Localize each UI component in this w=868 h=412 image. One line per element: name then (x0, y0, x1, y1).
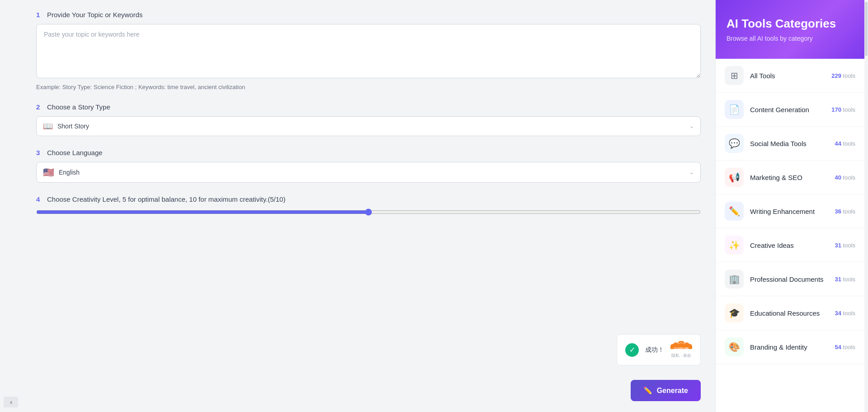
cat-icon-wrapper: 📄 (725, 100, 744, 119)
creativity-slider[interactable] (36, 208, 701, 216)
cat-name: All Tools (750, 72, 825, 80)
category-item[interactable]: 🎓Educational Resources34 tools (716, 296, 864, 330)
generate-label: Generate (657, 387, 688, 395)
generate-button[interactable]: ✏️ Generate (631, 380, 701, 401)
cf-sub-text: 隐私 · 条款 (671, 353, 691, 359)
left-scrollbar: ∧ (0, 0, 22, 412)
generate-icon: ✏️ (643, 386, 652, 395)
language-value: English (59, 169, 685, 176)
step2-label: Choose a Story Type (47, 103, 110, 111)
chevron-down-icon: ⌄ (689, 123, 694, 129)
cf-logo-area: CLOUDFLARE 隐私 · 条款 (670, 341, 692, 359)
example-prefix: Example: (36, 84, 61, 90)
step3-block: 3 Choose Language 🇺🇸 English ⌄ (36, 149, 701, 183)
cloudflare-widget: ✓ 成功！ (617, 334, 701, 365)
cat-name: Social Media Tools (750, 140, 828, 147)
step4-header: 4 Choose Creativity Level, 5 for optimal… (36, 195, 701, 203)
cat-name: Educational Resources (750, 309, 828, 317)
step1-block: 1 Provide Your Topic or Keywords Example… (36, 11, 701, 90)
cat-count: 44 tools (835, 140, 855, 147)
cat-icon-wrapper: 📢 (725, 168, 744, 187)
sidebar-title: AI Tools Categories (726, 17, 854, 31)
cat-name: Creative Ideas (750, 242, 828, 249)
cat-icon-wrapper: 🎓 (725, 303, 744, 322)
cat-icon-wrapper: ✨ (725, 236, 744, 255)
step4-block: 4 Choose Creativity Level, 5 for optimal… (36, 195, 701, 218)
flag-icon: 🇺🇸 (43, 167, 54, 178)
cat-name: Branding & Identity (750, 343, 828, 351)
step4-number: 4 (36, 195, 42, 203)
svg-text:CLOUDFLARE: CLOUDFLARE (674, 347, 689, 350)
cat-count: 170 tools (831, 106, 855, 113)
category-item[interactable]: 📢Marketing & SEO40 tools (716, 161, 864, 194)
cat-icon-wrapper: 🎨 (725, 337, 744, 356)
cat-count: 54 tools (835, 344, 855, 350)
cat-count: 31 tools (835, 242, 855, 249)
chevron-down-icon: ⌄ (689, 169, 694, 175)
category-item[interactable]: 💬Social Media Tools44 tools (716, 127, 864, 161)
sidebar-header: AI Tools Categories Browse all AI tools … (716, 0, 864, 59)
cat-count: 36 tools (835, 208, 855, 215)
category-item[interactable]: ✨Creative Ideas31 tools (716, 228, 864, 262)
example-content: Story Type: Science Fiction ; Keywords: … (62, 84, 245, 90)
example-text: Example: Story Type: Science Fiction ; K… (36, 84, 701, 90)
scrollbar-thumb[interactable] (865, 2, 868, 56)
step1-label: Provide Your Topic or Keywords (47, 11, 143, 19)
step2-header: 2 Choose a Story Type (36, 103, 701, 111)
step2-block: 2 Choose a Story Type 📖 Short Story ⌄ (36, 103, 701, 136)
cat-icon-wrapper: 💬 (725, 134, 744, 153)
cat-icon-wrapper: 🏢 (725, 270, 744, 289)
cat-name: Writing Enhancement (750, 208, 828, 215)
bottom-section: ✓ 成功！ (36, 325, 701, 401)
right-scrollbar (864, 0, 868, 412)
cat-name: Marketing & SEO (750, 174, 828, 181)
cat-name: Professional Documents (750, 275, 828, 283)
category-item[interactable]: 🏢Professional Documents31 tools (716, 262, 864, 296)
cat-count: 229 tools (831, 72, 855, 79)
form-section: 1 Provide Your Topic or Keywords Example… (22, 0, 715, 412)
topic-textarea[interactable] (36, 24, 701, 78)
category-item[interactable]: ✏️Writing Enhancement36 tools (716, 194, 864, 228)
step3-header: 3 Choose Language (36, 149, 701, 156)
story-type-value: Short Story (57, 123, 685, 130)
category-item[interactable]: ⊞All Tools229 tools (716, 59, 864, 93)
story-type-select[interactable]: 📖 Short Story ⌄ (36, 116, 701, 136)
cat-icon-wrapper: ⊞ (725, 66, 744, 85)
right-sidebar: AI Tools Categories Browse all AI tools … (715, 0, 864, 412)
cf-check-icon: ✓ (625, 343, 639, 357)
step2-number: 2 (36, 103, 42, 111)
cloudflare-logo-icon: CLOUDFLARE (670, 341, 692, 352)
category-item[interactable]: 🎨Branding & Identity54 tools (716, 330, 864, 364)
scroll-up-button[interactable]: ∧ (4, 397, 18, 407)
step1-header: 1 Provide Your Topic or Keywords (36, 11, 701, 19)
step3-number: 3 (36, 149, 42, 156)
cat-icon-wrapper: ✏️ (725, 202, 744, 221)
language-select[interactable]: 🇺🇸 English ⌄ (36, 162, 701, 183)
cat-count: 31 tools (835, 276, 855, 283)
creativity-slider-container (36, 208, 701, 218)
step3-label: Choose Language (47, 149, 103, 156)
category-list: ⊞All Tools229 tools📄Content Generation17… (716, 59, 864, 412)
cat-count: 34 tools (835, 310, 855, 317)
sidebar-subtitle: Browse all AI tools by category (726, 35, 854, 42)
category-item[interactable]: 📄Content Generation170 tools (716, 93, 864, 127)
step4-label: Choose Creativity Level, 5 for optimal b… (47, 195, 285, 203)
cat-name: Content Generation (750, 106, 825, 114)
story-type-icon: 📖 (43, 121, 53, 131)
cat-count: 40 tools (835, 174, 855, 181)
step1-number: 1 (36, 11, 42, 19)
cf-success-text: 成功！ (645, 346, 664, 354)
main-content: 1 Provide Your Topic or Keywords Example… (22, 0, 868, 412)
